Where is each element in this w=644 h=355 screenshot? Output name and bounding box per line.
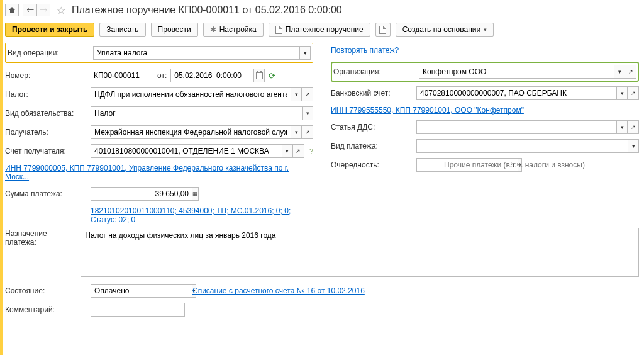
recipient-account-open-button[interactable]: ↗: [293, 144, 304, 158]
document-icon: [275, 26, 282, 34]
tax-label: Налог:: [5, 90, 87, 99]
purpose-label: Назначение платежа:: [5, 228, 77, 277]
settings-button[interactable]: ✱Настройка: [203, 23, 264, 37]
recipient-account-input[interactable]: [91, 144, 282, 158]
date-picker-button[interactable]: [253, 69, 265, 82]
org-details-link[interactable]: ИНН 7799555550, КПП 779901001, ООО "Конф…: [331, 106, 524, 115]
date-input[interactable]: [170, 69, 253, 82]
recipient-details-link[interactable]: ИНН 7799000005, КПП 779901001, Управлени…: [5, 164, 289, 181]
bank-account-label: Банковский счет:: [331, 89, 413, 98]
obligation-type-dropdown[interactable]: ▾: [302, 106, 313, 120]
comment-input[interactable]: [91, 303, 185, 317]
number-input[interactable]: [91, 69, 153, 82]
amount-calc-button[interactable]: ▦: [192, 187, 199, 201]
page-title: Платежное поручение КП00-000011 от 05.02…: [72, 4, 342, 16]
dds-dropdown[interactable]: ▾: [616, 120, 628, 134]
calendar-icon: [256, 72, 263, 79]
dds-label: Статья ДДС:: [331, 123, 413, 132]
post-and-close-button[interactable]: Провести и закрыть: [5, 23, 94, 37]
payment-type-label: Вид платежа:: [331, 142, 413, 150]
forward-button[interactable]: 🡒: [36, 4, 50, 16]
from-label: от:: [157, 71, 167, 80]
repeat-payment-link[interactable]: Повторять платеж?: [331, 46, 399, 55]
dds-input[interactable]: [416, 120, 616, 134]
queue-label: Очередность:: [331, 161, 413, 169]
tax-open-button[interactable]: ↗: [302, 87, 313, 101]
operation-type-dropdown[interactable]: ▾: [299, 46, 311, 60]
bank-account-open-button[interactable]: ↗: [628, 86, 639, 100]
obligation-type-label: Вид обязательства:: [5, 109, 87, 118]
refresh-icon[interactable]: ⟳: [269, 71, 275, 81]
purpose-textarea[interactable]: [80, 228, 639, 277]
payment-type-input[interactable]: [416, 139, 628, 153]
payment-order-button[interactable]: Платежное поручение: [269, 23, 370, 37]
tax-dropdown[interactable]: ▾: [291, 87, 302, 101]
operation-type-input[interactable]: [93, 46, 299, 60]
back-button[interactable]: 🡐: [23, 4, 36, 16]
organization-label: Организация:: [333, 67, 415, 76]
sheet-icon: [379, 26, 386, 34]
writeoff-link[interactable]: Списание с расчетного счета № 16 от 10.0…: [192, 286, 365, 295]
recipient-input[interactable]: [91, 125, 291, 139]
comment-label: Комментарий:: [5, 305, 87, 314]
save-button[interactable]: Записать: [99, 23, 145, 37]
bank-account-input[interactable]: [416, 86, 616, 100]
recipient-open-button[interactable]: ↗: [302, 125, 313, 139]
favorite-icon[interactable]: ☆: [57, 4, 65, 16]
post-button[interactable]: Провести: [151, 23, 198, 37]
obligation-type-input[interactable]: [91, 106, 302, 120]
operation-type-label: Вид операции:: [8, 48, 89, 57]
help-icon[interactable]: ?: [309, 147, 313, 155]
payment-type-dropdown[interactable]: ▾: [628, 139, 639, 153]
organization-input[interactable]: [419, 65, 614, 79]
status-input[interactable]: [91, 284, 192, 298]
recipient-account-dropdown[interactable]: ▾: [282, 144, 293, 158]
chevron-down-icon: ▾: [484, 26, 487, 33]
organization-dropdown[interactable]: ▾: [614, 65, 625, 79]
amount-input[interactable]: [91, 187, 192, 201]
recipient-label: Получатель:: [5, 128, 87, 137]
organization-open-button[interactable]: ↗: [625, 65, 636, 79]
number-label: Номер:: [5, 71, 87, 80]
tax-input[interactable]: [91, 87, 291, 101]
create-based-button[interactable]: Создать на основании▾: [396, 23, 494, 37]
gear-icon: ✱: [210, 25, 216, 34]
bank-account-dropdown[interactable]: ▾: [616, 86, 628, 100]
amount-label: Сумма платежа:: [5, 189, 87, 198]
recipient-dropdown[interactable]: ▾: [291, 125, 302, 139]
recipient-account-label: Счет получателя:: [5, 147, 87, 155]
kbk-link[interactable]: 18210102010011000110; 45394000; ТП; МС.0…: [91, 206, 291, 224]
status-label: Состояние:: [5, 286, 87, 295]
extra-action-button[interactable]: [375, 23, 391, 37]
queue-hint: Прочие платежи (в т.ч. налоги и взносы): [444, 161, 585, 169]
home-button[interactable]: [5, 4, 19, 16]
dds-open-button[interactable]: ↗: [628, 120, 639, 134]
